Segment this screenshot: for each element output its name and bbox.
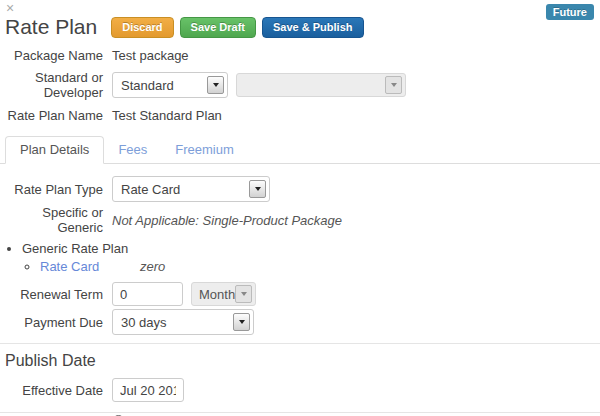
payment-due-selected-value: 30 days bbox=[121, 315, 167, 330]
close-icon[interactable]: × bbox=[6, 1, 14, 15]
renewal-term-unit-select: Month bbox=[191, 282, 256, 306]
package-name-row: Package Name Test package bbox=[0, 43, 600, 67]
renewal-term-unit-value: Month bbox=[199, 287, 235, 302]
save-draft-button[interactable]: Save Draft bbox=[180, 17, 256, 38]
chevron-down-icon bbox=[249, 180, 266, 198]
package-name-value: Test package bbox=[112, 48, 189, 63]
discard-button[interactable]: Discard bbox=[111, 17, 173, 38]
save-publish-button[interactable]: Save & Publish bbox=[262, 17, 363, 38]
publish-date-title: Publish Date bbox=[0, 350, 600, 378]
tab-bar: Plan Details Fees Freemium bbox=[0, 137, 600, 164]
rate-card-link[interactable]: Rate Card bbox=[40, 259, 140, 274]
standard-or-developer-select[interactable]: Standard bbox=[112, 72, 228, 98]
bottom-divider bbox=[0, 412, 600, 413]
renewal-term-label: Renewal Term bbox=[0, 287, 112, 302]
standard-or-developer-label: Standard or Developer bbox=[0, 70, 112, 100]
rate-plan-name-value: Test Standard Plan bbox=[112, 108, 222, 123]
specific-or-generic-row: Specific or Generic Not Applicable: Sing… bbox=[0, 205, 600, 235]
section-divider bbox=[0, 343, 600, 344]
tab-freemium[interactable]: Freemium bbox=[161, 137, 248, 163]
generic-rate-plan-title: Generic Rate Plan bbox=[22, 241, 128, 256]
generic-rate-plan-list: Generic Rate Plan Rate Card zero bbox=[22, 241, 600, 274]
chevron-down-icon bbox=[235, 285, 252, 303]
generic-rate-plan-item: Generic Rate Plan Rate Card zero bbox=[22, 241, 600, 274]
effective-date-input[interactable] bbox=[112, 378, 184, 402]
package-name-label: Package Name bbox=[0, 48, 112, 63]
rate-plan-type-label: Rate Plan Type bbox=[0, 182, 112, 197]
chevron-down-icon bbox=[207, 76, 224, 94]
renewal-term-input[interactable] bbox=[112, 282, 183, 306]
rate-plan-name-row: Rate Plan Name Test Standard Plan bbox=[0, 103, 600, 127]
rate-plan-type-selected-value: Rate Card bbox=[121, 182, 180, 197]
rate-card-item: Rate Card zero bbox=[40, 259, 600, 274]
secondary-select-disabled bbox=[236, 73, 406, 97]
specific-or-generic-label: Specific or Generic bbox=[0, 205, 112, 235]
payment-due-row: Payment Due 30 days bbox=[0, 309, 600, 335]
standard-or-developer-selected-value: Standard bbox=[121, 78, 174, 93]
specific-or-generic-value: Not Applicable: Single-Product Package bbox=[112, 213, 342, 228]
payment-due-label: Payment Due bbox=[0, 315, 112, 330]
tab-plan-details[interactable]: Plan Details bbox=[5, 136, 104, 164]
rate-card-value: zero bbox=[140, 259, 165, 274]
rate-plan-type-select[interactable]: Rate Card bbox=[112, 176, 270, 202]
renewal-term-row: Renewal Term Month bbox=[0, 282, 600, 306]
effective-date-row: Effective Date bbox=[0, 378, 600, 402]
standard-or-developer-row: Standard or Developer Standard bbox=[0, 70, 600, 100]
status-badge: Future bbox=[546, 4, 594, 20]
payment-due-select[interactable]: 30 days bbox=[112, 309, 254, 335]
page-title: Rate Plan bbox=[5, 15, 97, 39]
rate-plan-type-row: Rate Plan Type Rate Card bbox=[0, 176, 600, 202]
chevron-down-icon bbox=[233, 313, 250, 331]
rate-plan-name-label: Rate Plan Name bbox=[0, 108, 112, 123]
tab-fees[interactable]: Fees bbox=[104, 137, 161, 163]
page-header: Rate Plan Discard Save Draft Save & Publ… bbox=[0, 0, 600, 43]
chevron-down-icon bbox=[385, 76, 402, 94]
effective-date-label: Effective Date bbox=[0, 383, 112, 398]
